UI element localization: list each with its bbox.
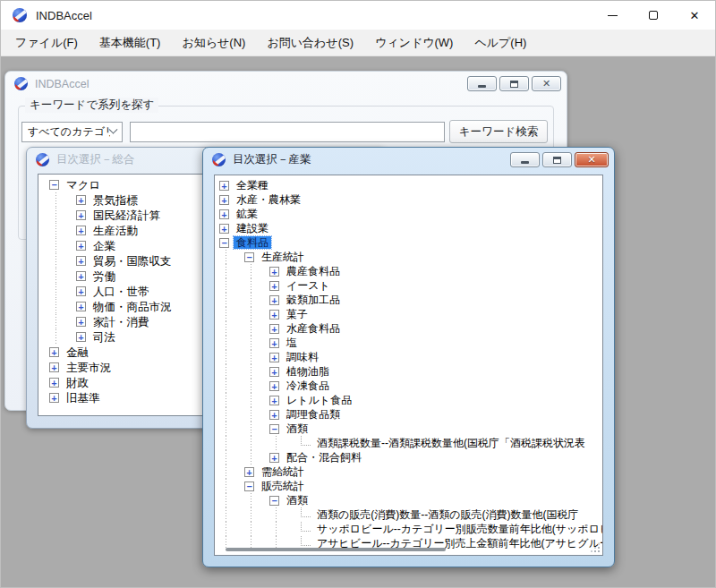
tree-item-label[interactable]: 司法 bbox=[90, 331, 118, 344]
tree-item-label[interactable]: 企業 bbox=[90, 240, 118, 252]
tree-item-label[interactable]: イースト bbox=[284, 279, 333, 292]
close-button[interactable]: ✕ bbox=[674, 1, 715, 30]
expand-icon[interactable]: + bbox=[269, 367, 279, 377]
expand-icon[interactable]: + bbox=[269, 338, 279, 348]
collapse-icon[interactable]: − bbox=[244, 481, 254, 491]
tree-item-label[interactable]: 水産食料品 bbox=[284, 322, 343, 335]
tree-item-label[interactable]: マクロ bbox=[64, 179, 103, 192]
expand-icon[interactable]: + bbox=[76, 256, 86, 266]
tree-item[interactable]: +菓子 bbox=[219, 307, 602, 321]
tree-item[interactable]: +穀類加工品 bbox=[219, 293, 602, 307]
tree-item-label[interactable]: サッポロビール--カテゴリー別販売数量前年比他(サッポロビール株 bbox=[314, 523, 602, 535]
expand-icon[interactable]: + bbox=[219, 181, 229, 191]
search-window-titlebar[interactable]: INDBAccel ✕ bbox=[5, 72, 567, 96]
tree-item[interactable]: +植物油脂 bbox=[219, 364, 602, 379]
tree-item[interactable]: −酒類 bbox=[219, 493, 602, 507]
horizontal-scrollbar-thumb[interactable] bbox=[226, 548, 446, 551]
expand-icon[interactable]: + bbox=[269, 324, 279, 334]
restore-button[interactable] bbox=[542, 152, 572, 167]
tree-item[interactable]: +水産食料品 bbox=[219, 321, 602, 336]
expand-icon[interactable]: + bbox=[219, 195, 229, 205]
expand-icon[interactable]: + bbox=[269, 396, 279, 405]
expand-icon[interactable]: + bbox=[219, 224, 229, 234]
tree-item-label[interactable]: 食料品 bbox=[234, 236, 271, 249]
minimize-button[interactable] bbox=[510, 152, 540, 167]
tree-item-label[interactable]: 販売統計 bbox=[259, 480, 307, 492]
tree-item[interactable]: +建設業 bbox=[219, 221, 602, 235]
expand-icon[interactable]: + bbox=[49, 362, 59, 372]
tree-item-label[interactable]: 全業種 bbox=[234, 179, 271, 192]
expand-icon[interactable]: + bbox=[269, 281, 279, 291]
tree-item-label[interactable]: 酒類課税数量--酒類課税数量他(国税庁「酒税課税状況表 bbox=[314, 437, 588, 449]
expand-icon[interactable]: + bbox=[76, 195, 86, 205]
tree-item-label[interactable]: 調味料 bbox=[284, 351, 321, 363]
maximize-button[interactable] bbox=[633, 1, 674, 30]
restore-button[interactable] bbox=[499, 76, 529, 91]
tree-item-label[interactable]: 人口・世帯 bbox=[90, 285, 152, 298]
tree-item[interactable]: +水産・農林業 bbox=[219, 192, 602, 207]
tree-item-label[interactable]: 需給統計 bbox=[259, 465, 307, 478]
menu-news[interactable]: お知らせ(N) bbox=[171, 30, 256, 55]
tree-item-label[interactable]: レトルト食品 bbox=[284, 394, 354, 406]
tree-item[interactable]: −酒類 bbox=[219, 422, 602, 436]
tree-item-label[interactable]: 調理食品類 bbox=[284, 408, 343, 421]
expand-icon[interactable]: + bbox=[76, 226, 86, 235]
expand-icon[interactable]: + bbox=[269, 453, 279, 463]
expand-icon[interactable]: + bbox=[76, 302, 86, 311]
keyword-search-button[interactable]: キーワード検索 bbox=[449, 120, 548, 143]
expand-icon[interactable]: + bbox=[219, 209, 229, 219]
tree-item[interactable]: サッポロビール--カテゴリー別販売数量前年比他(サッポロビール株 bbox=[219, 522, 602, 536]
tree-item-label[interactable]: 生産統計 bbox=[259, 251, 307, 263]
tree-item[interactable]: 酒類の販売(消費)数量--酒類の販売(消費)数量他(国税庁 bbox=[219, 507, 602, 522]
tree-item[interactable]: +配合・混合飼料 bbox=[219, 450, 602, 464]
expand-icon[interactable]: + bbox=[76, 317, 86, 327]
tree-item-label[interactable]: 家計・消費 bbox=[90, 316, 152, 328]
tree-item[interactable]: 酒類課税数量--酒類課税数量他(国税庁「酒税課税状況表 bbox=[219, 436, 602, 450]
tree-item-label[interactable]: 穀類加工品 bbox=[284, 294, 343, 306]
tree-item[interactable]: +塩 bbox=[219, 336, 602, 350]
expand-icon[interactable]: + bbox=[244, 467, 254, 477]
tree-item-label[interactable]: 景気指標 bbox=[90, 194, 141, 207]
tree-item-label[interactable]: 主要市況 bbox=[64, 362, 114, 374]
tree-item[interactable]: +レトルト食品 bbox=[219, 393, 602, 407]
collapse-icon[interactable]: − bbox=[49, 180, 59, 190]
expand-icon[interactable]: + bbox=[76, 241, 86, 251]
menu-contact[interactable]: お問い合わせ(S) bbox=[256, 30, 364, 55]
tree-item-label[interactable]: 植物油脂 bbox=[284, 365, 332, 378]
tree-item[interactable]: −食料品 bbox=[219, 235, 602, 250]
tree-item-label[interactable]: 鉱業 bbox=[234, 208, 260, 220]
menu-basic-functions[interactable]: 基本機能(T) bbox=[89, 30, 172, 55]
expand-icon[interactable]: + bbox=[269, 410, 279, 420]
tree-item[interactable]: +農産食料品 bbox=[219, 264, 602, 278]
industry-window-titlebar[interactable]: 目次選択－産業 ✕ bbox=[203, 148, 614, 172]
tree-item[interactable]: +全業種 bbox=[219, 178, 602, 192]
menu-window[interactable]: ウィンドウ(W) bbox=[364, 30, 464, 55]
minimize-button[interactable] bbox=[467, 76, 497, 91]
collapse-icon[interactable]: − bbox=[219, 238, 229, 248]
expand-icon[interactable]: + bbox=[269, 295, 279, 305]
keyword-search-input[interactable] bbox=[130, 122, 445, 142]
expand-icon[interactable]: + bbox=[76, 271, 86, 281]
tree-item-label[interactable]: 配合・混合飼料 bbox=[284, 451, 364, 464]
tree-item[interactable]: +調味料 bbox=[219, 350, 602, 364]
expand-icon[interactable]: + bbox=[269, 381, 279, 391]
tree-item-label[interactable]: 建設業 bbox=[234, 222, 271, 234]
tree-item[interactable]: −販売統計 bbox=[219, 479, 602, 493]
tree-item-label[interactable]: 農産食料品 bbox=[284, 265, 343, 277]
tree-item-label[interactable]: 冷凍食品 bbox=[284, 379, 332, 392]
tree-item[interactable]: +イースト bbox=[219, 278, 602, 293]
minimize-button[interactable] bbox=[592, 1, 633, 30]
expand-icon[interactable]: + bbox=[49, 378, 59, 388]
expand-icon[interactable]: + bbox=[269, 353, 279, 362]
tree-item[interactable]: +鉱業 bbox=[219, 207, 602, 221]
menu-help[interactable]: ヘルプ(H) bbox=[464, 30, 537, 55]
tree-item[interactable]: +冷凍食品 bbox=[219, 379, 602, 393]
expand-icon[interactable]: + bbox=[49, 347, 59, 357]
tree-item[interactable]: +需給統計 bbox=[219, 464, 602, 479]
close-button[interactable]: ✕ bbox=[532, 76, 561, 91]
tree-item-label[interactable]: 酒類 bbox=[284, 422, 311, 435]
tree-item-label[interactable]: 労働 bbox=[90, 270, 118, 283]
collapse-icon[interactable]: − bbox=[269, 496, 279, 506]
expand-icon[interactable]: + bbox=[269, 267, 279, 277]
expand-icon[interactable]: + bbox=[269, 310, 279, 320]
